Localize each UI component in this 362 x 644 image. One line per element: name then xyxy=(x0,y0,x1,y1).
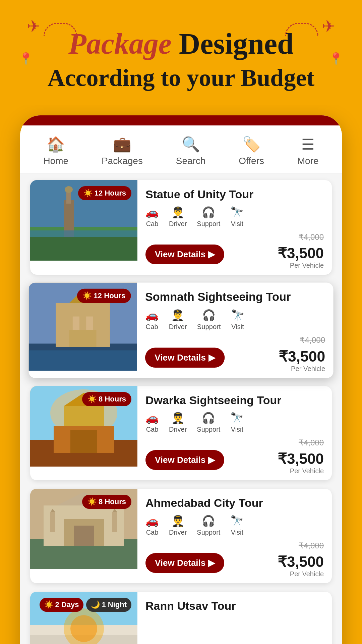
header-subtitle: According to your Budget xyxy=(20,64,342,92)
amenities-1: 🚗 Cab 👨‍✈️ Driver 🎧 Support 🔭 Visit xyxy=(145,206,324,228)
phone-mockup: 🏠 Home 💼 Packages 🔍 Search 🏷️ Offers ☰ M… xyxy=(20,115,342,644)
svg-rect-6 xyxy=(30,237,137,261)
rann-badge-night: 🌙 1 Night xyxy=(86,598,131,612)
sun-icon-4: ☀️ xyxy=(87,497,97,506)
duration-text-3: 8 Hours xyxy=(99,395,126,404)
card-image-wrapper-5: ☀️ 2 Days 🌙 1 Night xyxy=(30,592,137,644)
price-row-3: View Details ▶ ₹3,500 Per Vehicle xyxy=(145,450,324,475)
amenity-visit-2: 🔭 Visit xyxy=(231,309,244,331)
original-price-3: ₹4,000 xyxy=(299,438,324,447)
plane-left-icon: ✈ xyxy=(27,17,40,36)
duration-text-4: 8 Hours xyxy=(99,497,126,506)
duration-text-1: 12 Hours xyxy=(95,189,126,198)
amenities-4: 🚗 Cab 👨‍✈️ Driver 🎧 Support 🔭 Visit xyxy=(145,515,324,536)
cab-label-1: Cab xyxy=(146,220,159,228)
nav-search[interactable]: 🔍 Search xyxy=(176,136,206,166)
visit-icon-1: 🔭 xyxy=(230,206,244,219)
sun-icon-5: ☀️ xyxy=(44,600,53,609)
card-content-3: Dwarka Sightseeing Tour 🚗 Cab 👨‍✈️ Drive… xyxy=(137,386,332,481)
amenity-driver-3: 👨‍✈️ Driver xyxy=(169,412,187,433)
header-section: ✈ ✈ 📍 📍 Package Designed According to yo… xyxy=(0,0,362,105)
rann-badge-day: ☀️ 2 Days xyxy=(40,598,83,612)
price-row-4: View Details ▶ ₹3,500 Per Vehicle xyxy=(145,553,324,578)
cab-icon-1: 🚗 xyxy=(145,206,159,219)
card-content-2: Somnath Sightseeing Tour 🚗 Cab 👨‍✈️ Driv… xyxy=(137,282,334,378)
view-details-btn-2[interactable]: View Details ▶ xyxy=(145,347,225,368)
price-row-1: View Details ▶ ₹3,500 Per Vehicle xyxy=(145,245,324,269)
driver-icon-2: 👨‍✈️ xyxy=(171,309,184,321)
discounted-price-3: ₹3,500 xyxy=(278,450,324,467)
per-vehicle-1: Per Vehicle xyxy=(290,262,324,269)
nav-packages-label: Packages xyxy=(102,156,143,166)
plane-right-icon: ✈ xyxy=(322,17,335,36)
view-details-btn-1[interactable]: View Details ▶ xyxy=(145,245,224,264)
home-icon: 🏠 xyxy=(47,136,65,153)
nav-home-label: Home xyxy=(43,156,68,166)
cab-label-3: Cab xyxy=(146,426,159,433)
nav-more[interactable]: ☰ More xyxy=(297,136,319,166)
rann-badge-row: ☀️ 2 Days 🌙 1 Night xyxy=(40,598,131,612)
card-title-1: Statue of Unity Tour xyxy=(145,187,324,201)
nav-more-label: More xyxy=(297,156,319,166)
duration-text-2: 12 Hours xyxy=(94,291,125,300)
tour-card-dwarka: ☀️ 8 Hours Dwarka Sightseeing Tour 🚗 Cab… xyxy=(30,386,332,481)
amenity-cab-2: 🚗 Cab xyxy=(145,309,159,331)
moon-icon-5: 🌙 xyxy=(91,600,100,609)
view-details-btn-3[interactable]: View Details ▶ xyxy=(145,450,224,470)
card-image-wrapper-4: ☀️ 8 Hours xyxy=(30,489,137,583)
svg-rect-28 xyxy=(50,512,55,532)
sun-icon-2: ☀️ xyxy=(82,291,92,300)
tour-card-ahmedabad: ☀️ 8 Hours Ahmedabad City Tour 🚗 Cab 👨‍✈… xyxy=(30,489,332,583)
price-col-right-1: ₹3,500 Per Vehicle xyxy=(278,245,324,269)
nav-packages[interactable]: 💼 Packages xyxy=(102,136,143,166)
original-price-4: ₹4,000 xyxy=(299,541,324,550)
discounted-price-2: ₹3,500 xyxy=(279,347,325,365)
svg-rect-27 xyxy=(74,526,94,546)
duration-badge-2: ☀️ 12 Hours xyxy=(77,289,131,303)
visit-label-4: Visit xyxy=(231,529,243,536)
packages-icon: 💼 xyxy=(113,136,131,153)
card-image-wrapper-2: ☀️ 12 Hours xyxy=(29,282,137,378)
cab-icon-2: 🚗 xyxy=(145,309,159,321)
sun-icon-3: ☀️ xyxy=(87,395,97,404)
nav-home[interactable]: 🏠 Home xyxy=(43,136,68,166)
amenity-driver-1: 👨‍✈️ Driver xyxy=(169,206,187,228)
price-row-2: View Details ▶ ₹3,500 Per Vehicle xyxy=(145,347,325,373)
sun-icon-1: ☀️ xyxy=(83,189,93,198)
support-icon-3: 🎧 xyxy=(202,412,215,424)
driver-label-4: Driver xyxy=(169,529,187,536)
bottom-nav: 🏠 Home 💼 Packages 🔍 Search 🏷️ Offers ☰ M… xyxy=(20,125,342,173)
support-icon-1: 🎧 xyxy=(202,206,215,219)
price-col-right-4: ₹3,500 Per Vehicle xyxy=(278,553,324,578)
svg-rect-14 xyxy=(29,350,137,371)
pin-left-icon: 📍 xyxy=(18,52,34,66)
visit-icon-2: 🔭 xyxy=(231,309,244,321)
search-icon: 🔍 xyxy=(182,136,200,153)
price-column-3: ₹4,000 xyxy=(145,438,324,447)
svg-point-4 xyxy=(65,186,73,193)
card-content-4: Ahmedabad City Tour 🚗 Cab 👨‍✈️ Driver 🎧 … xyxy=(137,489,332,583)
nav-offers-label: Offers xyxy=(239,156,264,166)
price-column-2: ₹4,000 xyxy=(145,335,325,345)
driver-icon-3: 👨‍✈️ xyxy=(171,412,185,424)
price-col-right-3: ₹3,500 Per Vehicle xyxy=(278,450,324,475)
price-column-4: ₹4,000 xyxy=(145,541,324,550)
price-column-1: ₹4,000 xyxy=(145,232,324,242)
tour-card-rann: ☀️ 2 Days 🌙 1 Night Rann Utsav Tour xyxy=(30,592,332,644)
duration-badge-1: ☀️ 12 Hours xyxy=(78,186,131,200)
svg-rect-30 xyxy=(112,512,117,532)
visit-label-1: Visit xyxy=(231,220,243,228)
original-price-2: ₹4,000 xyxy=(300,335,325,345)
phone-top-bar xyxy=(20,115,342,125)
nav-offers[interactable]: 🏷️ Offers xyxy=(239,136,264,166)
view-details-btn-4[interactable]: View Details ▶ xyxy=(145,553,224,573)
tour-card-statue-unity: ☀️ 12 Hours Statue of Unity Tour 🚗 Cab 👨… xyxy=(30,180,332,275)
rann-badges: ☀️ 2 Days 🌙 1 Night xyxy=(40,598,131,612)
visit-label-3: Visit xyxy=(231,426,243,433)
support-label-1: Support xyxy=(197,220,220,228)
support-label-2: Support xyxy=(197,323,221,330)
cab-icon-4: 🚗 xyxy=(145,515,159,527)
nav-search-label: Search xyxy=(176,156,206,166)
amenity-cab-3: 🚗 Cab xyxy=(145,412,159,433)
card-image-wrapper: ☀️ 12 Hours xyxy=(30,180,137,275)
